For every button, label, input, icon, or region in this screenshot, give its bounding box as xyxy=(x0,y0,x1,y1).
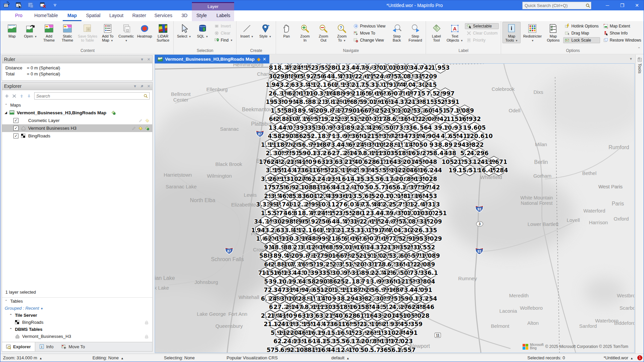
collapse-ribbon-icon[interactable]: ⌃ xyxy=(635,47,643,53)
ribbon-tab-3d[interactable]: 3D xyxy=(177,10,192,21)
change-view-button[interactable]: Change View xyxy=(352,37,387,43)
layer-checkbox[interactable]: ✓ xyxy=(13,133,18,138)
layer-checkbox[interactable]: ✓ xyxy=(13,118,18,123)
close-workspace-icon[interactable] xyxy=(39,1,47,9)
ribbon-tab-table[interactable]: Table xyxy=(43,10,62,21)
move-to-button[interactable]: Move To xyxy=(352,30,387,36)
ribbon-tab-services[interactable]: Services xyxy=(152,10,175,21)
remove-icon[interactable] xyxy=(12,94,16,98)
status-editing[interactable]: Editing: None▲ xyxy=(93,355,124,360)
selectable-button[interactable]: Selectable xyxy=(465,23,499,29)
maps-section-header[interactable]: ⌃Maps xyxy=(2,102,152,109)
ribbon-tab-spatial[interactable]: Spatial xyxy=(82,10,104,21)
drag-map-button[interactable]: Drag Map xyxy=(563,30,600,36)
clear-custom-button[interactable]: Clear Custom xyxy=(465,30,499,36)
clear-button[interactable]: Clear xyxy=(213,30,234,36)
find-button[interactable]: Find▼ xyxy=(213,37,234,43)
ribbon-tab-raster[interactable]: Raster xyxy=(128,10,150,21)
step-back-button[interactable]: StepBack xyxy=(388,22,406,42)
status-zoom[interactable]: Zoom: 314.000 m▲ xyxy=(3,355,42,360)
map-viewport[interactable]: HemmingfordChamplainEllenburgBellmontCen… xyxy=(155,63,635,353)
invert-button[interactable]: Invert xyxy=(213,23,234,29)
dock-tab-info[interactable]: iInfo xyxy=(35,342,58,351)
save-styles-to-table-button[interactable]: Save Stylesto Table xyxy=(77,22,98,42)
add-to-map-button[interactable]: Add ToMap ▼ xyxy=(99,22,117,43)
new-workspace-icon[interactable] xyxy=(3,1,10,9)
tools-tab[interactable]: Tools xyxy=(636,55,644,73)
restore-windows-button[interactable]: Restore Windows xyxy=(602,37,643,43)
tab-close-icon[interactable]: ✕ xyxy=(263,57,266,62)
layer-row[interactable]: ✓Cosmetic Layer xyxy=(2,117,152,124)
layer-checkbox[interactable]: ✓ xyxy=(13,126,18,131)
label-tool-button[interactable]: LabelTool xyxy=(427,22,445,42)
move-down-icon[interactable] xyxy=(27,94,31,98)
ribbon-tab-style[interactable]: Style xyxy=(194,10,210,21)
map-button[interactable]: Map xyxy=(3,22,21,38)
text-objects-button[interactable]: ATextObjects ▼ xyxy=(446,22,464,43)
explorer-search-box[interactable] xyxy=(34,92,150,100)
panel-menu-icon[interactable]: ▼ xyxy=(133,84,137,88)
dock-tab-explorer[interactable]: Explorer xyxy=(2,342,35,351)
heatmap-button[interactable]: Heatmap xyxy=(136,22,154,38)
explorer-search-input[interactable] xyxy=(35,94,144,99)
status-crs[interactable]: Popular Visualization CRS xyxy=(227,355,278,360)
previous-view-button[interactable]: Previous View xyxy=(352,23,387,29)
style-button[interactable]: Style ▼ xyxy=(256,22,274,39)
dock-tab-move-to[interactable]: Move To xyxy=(57,342,89,351)
step-forward-button[interactable]: StepForward xyxy=(406,22,424,42)
layer-list-icon[interactable] xyxy=(111,110,116,115)
expander-icon[interactable]: ◢ xyxy=(5,111,7,114)
select-button[interactable]: Select ▼ xyxy=(175,22,193,39)
zoom-in-button[interactable]: ZoomIn xyxy=(296,22,314,42)
ribbon-tab-labels[interactable]: Labels xyxy=(214,10,233,21)
status-style[interactable]: default▲ xyxy=(331,355,350,360)
open-button[interactable]: Open ▼ xyxy=(21,22,40,39)
zoom-out-button[interactable]: ZoomOut xyxy=(314,22,332,42)
ribbon-tab-map[interactable]: Map xyxy=(63,10,82,21)
move-up-icon[interactable] xyxy=(19,94,24,98)
map-tools-button[interactable]: iMapTools ▼ xyxy=(502,22,521,43)
show-info-button[interactable]: iShow Info xyxy=(602,30,643,36)
table-group-header[interactable]: ⌃Tile Server xyxy=(2,312,152,319)
pin-icon[interactable] xyxy=(140,84,144,88)
map-options-button[interactable]: MapOptions xyxy=(544,22,562,42)
priority-button[interactable]: Priority xyxy=(465,37,499,43)
quick-search-input[interactable] xyxy=(523,3,586,8)
tables-grouping-selector[interactable]: Grouped : Recent ▼ xyxy=(2,305,152,312)
hotlink-options-button[interactable]: Hotlink Options xyxy=(563,23,600,29)
layer-row-icons[interactable] xyxy=(131,126,150,131)
layer-row[interactable]: ✓Vermont Businesses H3 xyxy=(2,124,152,132)
map-extent-button[interactable]: Map Extent xyxy=(602,23,643,29)
sql-button[interactable]: SQL ▼ xyxy=(194,22,212,39)
tab-list-icon[interactable]: ▼ xyxy=(629,57,633,61)
customize-qat-icon[interactable] xyxy=(51,1,59,9)
search-icon[interactable] xyxy=(144,94,149,98)
add-theme-button[interactable]: AddTheme xyxy=(40,22,58,42)
panel-menu-icon[interactable]: ▼ xyxy=(140,57,144,61)
lidar-surface-button[interactable]: LiDARSurface xyxy=(154,22,172,42)
table-row[interactable]: BingRoads xyxy=(2,319,152,326)
close-icon[interactable]: ✕ xyxy=(147,57,150,62)
insert-button[interactable]: Insert ▼ xyxy=(238,22,256,39)
save-window-icon[interactable] xyxy=(27,1,35,9)
cosmetic-button[interactable]: Cosmetic ▼ xyxy=(117,22,135,43)
quick-search-box[interactable] xyxy=(522,2,591,9)
lock-scale-button[interactable]: Lock Scale xyxy=(563,37,600,43)
layer-row-icons[interactable] xyxy=(138,118,150,123)
ribbon-tab-pro[interactable]: Pro xyxy=(10,10,27,21)
tables-section-header[interactable]: ⌃Tables xyxy=(2,298,152,305)
notification-badge[interactable]: 1 xyxy=(637,355,642,360)
table-row[interactable]: Vermont_Businesses_H3 xyxy=(2,333,152,340)
map-node[interactable]: ◢Vermont_Businesses_H3,BingRoads Map xyxy=(2,109,152,117)
map-window-tab[interactable]: Vermont_Businesses_H3,BingRoads Map ◆ ✕ xyxy=(155,55,269,63)
map-canvas[interactable]: HemmingfordChamplainEllenburgBellmontCen… xyxy=(155,64,635,353)
minimize-button[interactable]: ─ xyxy=(600,0,615,10)
add-icon[interactable] xyxy=(5,94,9,98)
table-group-header[interactable]: ⌃DBMS Tables xyxy=(2,326,152,333)
maximize-button[interactable]: ❐ xyxy=(615,0,630,10)
static-theme-button[interactable]: StaticTheme xyxy=(58,22,76,42)
layer-row[interactable]: ✓BingRoads xyxy=(2,132,152,140)
pan-button[interactable]: Pan xyxy=(277,22,296,38)
close-icon[interactable]: ✕ xyxy=(147,84,150,88)
zoom-to-button[interactable]: ?ZoomTo ▼ xyxy=(333,22,351,43)
